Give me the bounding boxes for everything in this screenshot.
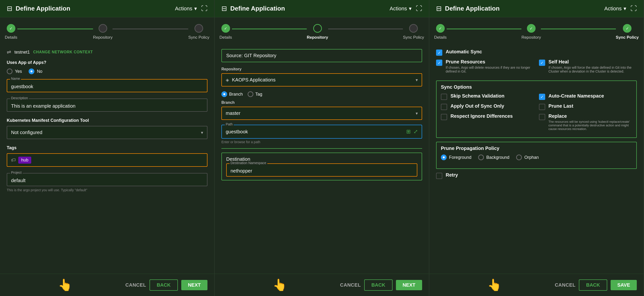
panel3-actions-button[interactable]: Actions ▾: [604, 5, 626, 12]
panel3-cancel-button[interactable]: CANCEL: [555, 282, 576, 288]
apply-sync-checkbox[interactable]: [441, 104, 447, 110]
auto-sync-checkbox[interactable]: ✓: [436, 49, 442, 56]
uses-app-label: Uses App of Apps?: [7, 60, 208, 65]
prune-propagation-radio-group: Foreground Background Orphan: [441, 154, 632, 160]
p3-step2: ✓ Repository: [522, 24, 541, 40]
chevron-down-icon4: ▾: [416, 111, 418, 116]
panel2-next-button[interactable]: NEXT: [396, 280, 422, 290]
panel2-header: ⊟ Define Application Actions ▾ ⛶: [215, 0, 429, 17]
panel3-title: Define Application: [445, 5, 500, 12]
apply-sync-label: Apply Out of Sync Only: [450, 103, 504, 109]
repo-dropdown-inner: ◈ KAOPS Applications: [226, 77, 276, 83]
chevron-down-icon: ▾: [194, 5, 197, 12]
panel3-save-button[interactable]: SAVE: [610, 280, 637, 290]
background-circle[interactable]: [478, 154, 484, 160]
panel2-footer: 👆 CANCEL BACK NEXT: [215, 274, 429, 296]
self-heal-checkbox[interactable]: ✓: [539, 60, 545, 66]
replace-checkbox[interactable]: [539, 114, 545, 120]
panel2-footer-buttons: CANCEL BACK NEXT: [340, 280, 422, 291]
foreground-circle[interactable]: [441, 154, 447, 160]
background-radio[interactable]: Background: [478, 154, 510, 160]
skip-schema-checkbox[interactable]: [441, 94, 447, 100]
prune-resources-label: Prune Resources: [446, 59, 534, 65]
panel2-back-button[interactable]: BACK: [364, 280, 392, 291]
dest-ns-label: Destination Namespace: [230, 161, 267, 165]
change-network-link[interactable]: CHANGE NETWORK CONTEXT: [33, 50, 93, 54]
prune-propagation-box: Prune Propagation Policy Foreground Back…: [436, 142, 637, 169]
panel1-actions-button[interactable]: Actions ▾: [175, 5, 197, 12]
chevron-down-icon5: ▾: [624, 5, 626, 12]
project-input[interactable]: [7, 173, 208, 186]
panel3-back-button[interactable]: BACK: [579, 280, 607, 291]
prune-last-checkbox[interactable]: [539, 104, 545, 110]
panel1-back-button[interactable]: BACK: [150, 280, 178, 291]
respect-ignore-label: Respect Ignore Differences: [450, 113, 513, 119]
panel1-cancel-button[interactable]: CANCEL: [126, 282, 146, 288]
p2-step2-circle: [313, 24, 322, 33]
k8s-tool-value: Not configured: [11, 130, 42, 135]
auto-create-checkbox[interactable]: ✓: [539, 94, 545, 100]
tag-radio-circle[interactable]: [248, 91, 253, 97]
prune-propagation-title: Prune Propagation Policy: [441, 146, 632, 151]
panel2-title: Define Application: [230, 5, 285, 12]
name-input[interactable]: [7, 79, 208, 92]
external-link-icon[interactable]: ⤢: [414, 129, 418, 135]
path-field-group: Path guestbook ⊞ ⤢: [222, 125, 422, 139]
step3-circle: [194, 24, 203, 33]
tag-radio[interactable]: Tag: [248, 91, 262, 97]
name-field-group: Name: [7, 79, 208, 92]
hand-pointer-icon: 👆: [58, 278, 72, 292]
network-icon: ⇌: [7, 49, 11, 55]
prune-selfheal-row: ✓ Prune Resources If chosen, Argo will d…: [436, 59, 637, 77]
self-heal-desc: If chosen, Argo will force the state def…: [548, 66, 637, 73]
radio-yes-circle[interactable]: [7, 68, 12, 74]
panel3-stepper: ✓ Details ✓ Repository ✓ Sync Policy: [429, 17, 644, 45]
dest-namespace-input[interactable]: [226, 163, 417, 177]
panel1-expand-button[interactable]: ⛶: [201, 5, 208, 12]
radio-no-circle[interactable]: [28, 68, 34, 74]
radio-no[interactable]: No: [28, 68, 42, 74]
respect-ignore-checkbox[interactable]: [441, 114, 447, 120]
foreground-label: Foreground: [449, 155, 472, 160]
prune-resources-desc: If chosen, Argo will delete resources if…: [446, 66, 534, 73]
auto-sync-row: ✓ Automatic Sync: [436, 49, 637, 56]
branch-radio-circle[interactable]: [222, 91, 227, 97]
branch-dropdown[interactable]: master ▾: [222, 107, 422, 120]
radio-yes[interactable]: Yes: [7, 68, 22, 74]
self-heal-col: ✓ Self Heal If chosen, Argo will force t…: [539, 59, 637, 77]
path-hint: Enter or browse for a path: [222, 140, 422, 144]
panel3-expand-button[interactable]: ⛶: [630, 5, 637, 12]
retry-checkbox[interactable]: [436, 173, 442, 179]
branch-field-group: master ▾: [222, 107, 422, 120]
p3-connector2: [541, 28, 616, 29]
p2-step1: ✓ Details: [220, 24, 232, 40]
panel2-actions-button[interactable]: Actions ▾: [390, 5, 412, 12]
browse-icon[interactable]: ⊞: [406, 129, 410, 135]
tag-hub: hub: [18, 157, 31, 164]
prune-resources-checkbox[interactable]: ✓: [436, 60, 442, 66]
p2-step3: Sync Policy: [403, 24, 424, 40]
p3-step2-label: Repository: [522, 35, 541, 40]
uses-app-radio-group: Yes No: [7, 68, 208, 74]
skip-schema-label: Skip Schema Validation: [450, 93, 504, 99]
project-hint: This is the argo project you will use. T…: [7, 188, 208, 192]
panel1-footer-right: 👆: [58, 278, 74, 292]
panel1-next-button[interactable]: NEXT: [181, 280, 208, 290]
tags-input[interactable]: 🏷 hub: [7, 153, 208, 167]
panel2-expand-button[interactable]: ⛶: [416, 5, 422, 12]
path-input[interactable]: guestbook ⊞ ⤢: [222, 125, 422, 139]
panel1-header-actions: Actions ▾ ⛶: [175, 5, 208, 12]
panel2-cancel-button[interactable]: CANCEL: [340, 282, 361, 288]
branch-radio[interactable]: Branch: [222, 91, 243, 97]
path-value: guestbook: [226, 129, 248, 135]
repo-label: Repository: [222, 67, 422, 71]
description-input[interactable]: [7, 98, 208, 112]
repo-dropdown[interactable]: ◈ KAOPS Applications ▾: [222, 73, 422, 86]
orphan-circle[interactable]: [516, 154, 522, 160]
orphan-radio[interactable]: Orphan: [516, 154, 539, 160]
app-icon3: ⊟: [436, 4, 442, 12]
step3-sync: Sync Policy: [188, 24, 210, 40]
foreground-radio[interactable]: Foreground: [441, 154, 472, 160]
k8s-tool-dropdown[interactable]: Not configured ▾: [7, 126, 208, 139]
prune-resources-col: ✓ Prune Resources If chosen, Argo will d…: [436, 59, 534, 77]
